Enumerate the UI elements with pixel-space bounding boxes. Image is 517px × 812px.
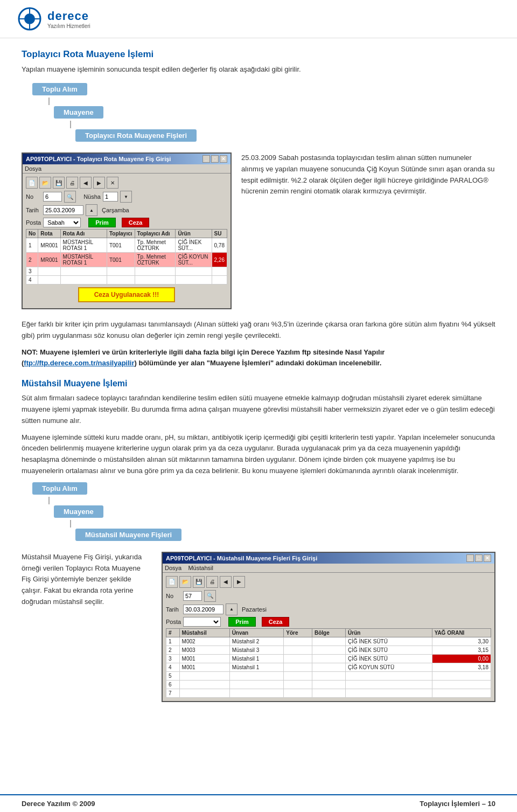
win1-no-input[interactable] [43,192,62,202]
win1-title: AP09TOPLAYICI - Toplayıcı Rota Muayene F… [26,156,171,162]
win2-posta-label: Posta [166,619,181,625]
footer-right: Toplayıcı İşlemleri – 10 [420,800,495,808]
win2-no-nav[interactable]: 🔍 [204,590,216,602]
win2-menubar: Dosya Müstahsil [163,564,494,573]
win1-col-rotaadi: Rota Adı [60,230,107,238]
win1-tarih-input[interactable] [43,205,83,215]
win2-col-unvan: Ünvan [229,628,284,637]
win2-tb-next[interactable]: ▶ [233,576,245,588]
win1-no-nav[interactable]: 🔍 [64,191,76,203]
win1-toolbar: 📄 📂 💾 🖨 ◀ ▶ ✕ [26,177,227,189]
win1-body: 📄 📂 💾 🖨 ◀ ▶ ✕ No 🔍 Nüsha ▼ [23,173,230,308]
win1-tb-print[interactable]: 🖨 [66,177,78,189]
table-row: 3 M001 Müstahsil 1 ÇİĞ İNEK SÜTÜ 0,00 [166,654,491,663]
table-row: 2 MR001 MÜSTAHSİL ROTASI 1 T001 Tp. Mehm… [26,253,227,267]
footer-left: Derece Yazılım © 2009 [22,800,95,808]
win2-tarih-label: Tarih [166,606,181,613]
logo-text: derece Yazılım Hizmetleri [47,9,90,29]
win2-posta-combo[interactable] [183,617,221,627]
logo-area: derece Yazılım Hizmetleri [16,5,90,32]
win1-tarih-label: Tarih [26,207,41,213]
win2-col-mustahsil: Müstahsil [179,628,229,637]
win1-prim-btn[interactable]: Prim [88,218,115,227]
window-1: AP09TOPLAYICI - Toplayıcı Rota Muayene F… [22,152,232,309]
note-link[interactable]: ftp://ftp.derece.com.tr/nasilyapilir [24,359,134,367]
win1-minimize-btn[interactable]: _ [202,155,210,163]
win2-prim-btn[interactable]: Prim [228,617,255,627]
win1-grid-header-row: No Rota Rota Adı Toplayıcı Toplayıcı Adı… [26,230,227,238]
win2-gun: Pazartesi [242,606,267,613]
win1-tarih-nav[interactable]: ▲ [86,204,97,216]
win1-ceza-btn[interactable]: Ceza [122,218,150,227]
win2-tb-new[interactable]: 📄 [166,576,178,588]
win2-posta-row: Posta Prim Ceza [166,617,491,627]
win2-tb-print[interactable]: 🖨 [206,576,218,588]
win2-tarih-input[interactable] [183,605,223,614]
win1-maximize-btn[interactable]: □ [211,155,219,163]
table-row: 4 M001 Müstahsil 1 ÇİĞ KOYUN SÜTÜ 3,18 [166,663,491,671]
win1-tb-del[interactable]: ✕ [107,177,118,189]
win2-tarih-row: Tarih ▲ Pazartesi [166,603,491,615]
main-content: Toplayıcı Rota Muayene İşlemi Yapılan mu… [0,38,517,713]
win2-tb-prev[interactable]: ◀ [220,576,232,588]
table-row: 7 [166,689,491,697]
win1-col-urun: Ürün [176,230,212,238]
intro-text: Yapılan muayene işleminin sonucunda tesp… [22,65,495,73]
win2-menu-dosya[interactable]: Dosya [165,565,181,571]
win1-col-no: No [26,230,38,238]
win2-tarih-nav[interactable]: ▲ [226,603,237,615]
win1-no-row: No 🔍 Nüsha ▼ [26,191,227,203]
win1-title-btns: _ □ ✕ [202,155,227,163]
table-row: 3 [26,267,227,276]
win1-nüsha-input[interactable] [103,192,118,202]
win1-tb-save[interactable]: 💾 [53,177,65,189]
win2-menu-mustahsil[interactable]: Müstahsil [188,565,213,571]
table-row: 1 MR001 MÜSTAHSİL ROTASI 1 T001 Tp. Mehm… [26,238,227,253]
win1-posta-combo[interactable]: Sabah [43,218,81,227]
win2-col-no: # [166,628,180,637]
win2-grid-header-row: # Müstahsil Ünvan Yöre Bölge Ürün YAĞ OR… [166,628,491,637]
win1-titlebar: AP09TOPLAYICI - Toplayıcı Rota Muayene F… [23,154,230,164]
flow-box-toplu-alim-2: Toplu Alım [32,482,87,495]
win1-tb-open[interactable]: 📂 [39,177,51,189]
section-2-twocol: Müstahsil Muayene Fiş Girişi, yukarıda ö… [22,552,495,702]
win2-maximize-btn[interactable]: □ [475,554,483,562]
win2-grid: # Müstahsil Ünvan Yöre Bölge Ürün YAĞ OR… [166,628,491,698]
win1-close-btn[interactable]: ✕ [220,155,227,163]
win2-tb-save[interactable]: 💾 [193,576,205,588]
win2-minimize-btn[interactable]: _ [466,554,474,562]
win2-no-label: No [166,593,181,599]
win1-col-su: SU [212,230,227,238]
table-row: 6 [166,680,491,689]
win2-col-yore: Yöre [284,628,312,637]
win2-close-btn[interactable]: ✕ [484,554,491,562]
win2-no-input[interactable] [183,591,202,601]
table-row: 2 M003 Müstahsil 3 ÇİĞ İNEK SÜTÜ 3,15 [166,646,491,654]
win1-menubar: Dosya [23,164,230,173]
ceza-box: Ceza Uygulanacak !!! [78,287,175,302]
win2-titlebar: AP09TOPLAYICI - Müstahsil Muayene Fişler… [163,553,494,564]
win1-menu-dosya[interactable]: Dosya [25,165,41,172]
win2-col-bolge: Bölge [312,628,345,637]
flow-box-muayene-2: Muayene [54,505,103,518]
section2-para1: Süt alım firmaları sadece toplayıcı tara… [22,393,495,426]
flow-diagram-1: Toplu Alım Muayene Toplayıcı Rota Muayen… [32,83,495,143]
win1-tb-next[interactable]: ▶ [93,177,105,189]
win1-nüsha-nav[interactable]: ▼ [120,191,132,203]
window-2: AP09TOPLAYICI - Müstahsil Muayene Fişler… [162,552,495,702]
win2-ceza-btn[interactable]: Ceza [262,617,290,627]
page-title: Toplayıcı Rota Muayene İşlemi [22,49,495,60]
win1-posta-label: Posta [26,219,41,226]
win2-tb-open[interactable]: 📂 [179,576,191,588]
header: derece Yazılım Hizmetleri [0,0,517,38]
win2-title-btns: _ □ ✕ [466,554,491,562]
win1-tb-prev[interactable]: ◀ [80,177,92,189]
win2-col-urun: Ürün [346,628,432,637]
section-1-twocol: AP09TOPLAYICI - Toplayıcı Rota Muayene F… [22,152,495,309]
win1-no-label: No [26,193,41,200]
win1-tb-new[interactable]: 📄 [26,177,38,189]
win1-nüsha-label: Nüsha [83,193,101,200]
win1-col-toplayici: Toplayıcı [107,230,135,238]
logo-sub: Yazılım Hizmetleri [47,23,90,29]
flow-box-toplrota-1: Toplayıcı Rota Muayene Fişleri [75,129,197,142]
